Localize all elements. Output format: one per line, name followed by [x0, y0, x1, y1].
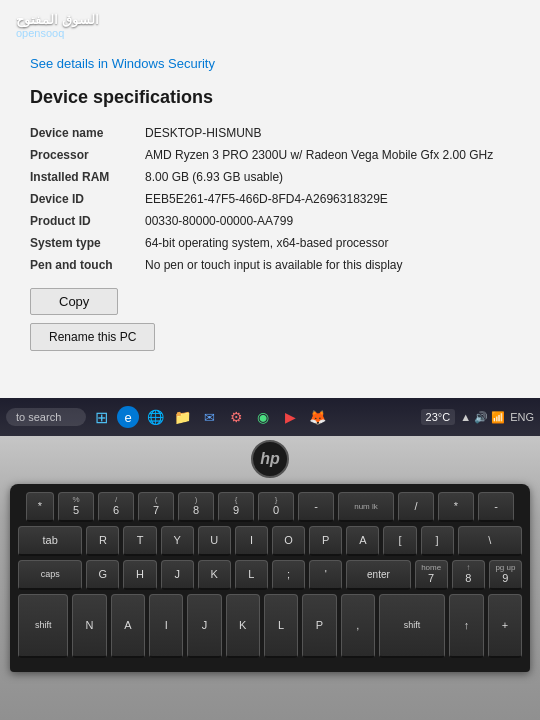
key-asterisk[interactable]: )8 — [178, 492, 214, 522]
key-caret[interactable]: /6 — [98, 492, 134, 522]
key-shift-left[interactable]: shift — [18, 594, 68, 658]
taskbar-icons: ⊞ e 🌐 📁 ✉ ⚙ ◉ ▶ 🦊 — [90, 406, 417, 428]
spec-value: AMD Ryzen 3 PRO 2300U w/ Radeon Vega Mob… — [145, 144, 510, 166]
key-w[interactable]: T — [123, 526, 156, 556]
key-g[interactable]: L — [235, 560, 268, 590]
key-numlock[interactable]: num lk — [338, 492, 394, 522]
key-i[interactable]: A — [346, 526, 379, 556]
temperature-display: 23°C — [421, 409, 456, 425]
key-row-1: * %5 /6 (7 )8 {9 }0 - num lk / * - — [18, 492, 522, 522]
key-r[interactable]: U — [198, 526, 231, 556]
key-arrow-up[interactable]: ↑ — [449, 594, 483, 658]
spec-label: Installed RAM — [30, 166, 145, 188]
taskbar: to search ⊞ e 🌐 📁 ✉ ⚙ ◉ ▶ 🦊 23°C ▲ 🔊 📶 E… — [0, 398, 540, 436]
security-link[interactable]: See details in Windows Security — [30, 56, 510, 71]
copy-button[interactable]: Copy — [30, 288, 118, 315]
key-9[interactable]: {9 — [218, 492, 254, 522]
spec-value: No pen or touch input is available for t… — [145, 254, 510, 276]
key-row-2: tab R T Y U I O P A [ ] \ — [18, 526, 522, 556]
key-j[interactable]: ' — [309, 560, 342, 590]
spec-value: 64-bit operating system, x64-based proce… — [145, 232, 510, 254]
key-a[interactable]: G — [86, 560, 119, 590]
spec-table: Device nameDESKTOP-HISMUNBProcessorAMD R… — [30, 122, 510, 276]
key-enter[interactable]: enter — [346, 560, 410, 590]
windows-icon[interactable]: ⊞ — [90, 406, 112, 428]
key-backslash[interactable]: \ — [458, 526, 522, 556]
spec-value: DESKTOP-HISMUNB — [145, 122, 510, 144]
key-brace-open[interactable]: [ — [383, 526, 416, 556]
spec-label: Device name — [30, 122, 145, 144]
key-shift-right[interactable]: shift — [379, 594, 446, 658]
brand-overlay: السوق المفتوح opensooq — [16, 12, 99, 39]
key-num8[interactable]: ↑8 — [452, 560, 485, 590]
key-f[interactable]: K — [198, 560, 231, 590]
key-num7[interactable]: home7 — [415, 560, 448, 590]
spec-row: Product ID00330-80000-00000-AA799 — [30, 210, 510, 232]
system-tray: ▲ 🔊 📶 — [460, 411, 505, 424]
key-row-4: shift N A I J K L P , shift ↑ + — [18, 594, 522, 658]
chrome-icon[interactable]: ◉ — [252, 406, 274, 428]
key-u[interactable]: P — [309, 526, 342, 556]
taskbar-right: 23°C ▲ 🔊 📶 ENG — [421, 409, 534, 425]
key-s[interactable]: H — [123, 560, 156, 590]
key-x[interactable]: A — [111, 594, 145, 658]
key-caps[interactable]: caps — [18, 560, 82, 590]
key-c[interactable]: I — [149, 594, 183, 658]
key-n[interactable]: L — [264, 594, 298, 658]
spec-value: 00330-80000-00000-AA799 — [145, 210, 510, 232]
key-h[interactable]: ; — [272, 560, 305, 590]
key-num-plus[interactable]: + — [488, 594, 522, 658]
key-row-3: caps G H J K L ; ' enter home7 ↑8 pg up9 — [18, 560, 522, 590]
keyboard: * %5 /6 (7 )8 {9 }0 - num lk / * - tab R… — [10, 484, 530, 672]
key-nummul[interactable]: * — [438, 492, 474, 522]
spec-row: ProcessorAMD Ryzen 3 PRO 2300U w/ Radeon… — [30, 144, 510, 166]
browser-icon[interactable]: e — [117, 406, 139, 428]
spec-row: Device IDEEB5E261-47F5-466D-8FD4-A269631… — [30, 188, 510, 210]
key-tilde[interactable]: * — [26, 492, 54, 522]
rename-button[interactable]: Rename this PC — [30, 323, 155, 351]
key-minus[interactable]: - — [298, 492, 334, 522]
spec-value: 8.00 GB (6.93 GB usable) — [145, 166, 510, 188]
hp-logo: hp — [251, 440, 289, 478]
key-num9[interactable]: pg up9 — [489, 560, 522, 590]
windows-about-content: See details in Windows Security Device s… — [10, 44, 530, 361]
key-b[interactable]: K — [226, 594, 260, 658]
file-icon[interactable]: 📁 — [171, 406, 193, 428]
key-y[interactable]: O — [272, 526, 305, 556]
key-numsub[interactable]: - — [478, 492, 514, 522]
app-icon-1[interactable]: ⚙ — [225, 406, 247, 428]
spec-label: Processor — [30, 144, 145, 166]
spec-row: Device nameDESKTOP-HISMUNB — [30, 122, 510, 144]
key-v[interactable]: J — [187, 594, 221, 658]
key-q[interactable]: R — [86, 526, 119, 556]
spec-row: System type64-bit operating system, x64-… — [30, 232, 510, 254]
spec-label: Product ID — [30, 210, 145, 232]
edge-icon[interactable]: 🌐 — [144, 406, 166, 428]
mail-icon[interactable]: ✉ — [198, 406, 220, 428]
key-m[interactable]: P — [302, 594, 336, 658]
spec-label: Pen and touch — [30, 254, 145, 276]
key-e[interactable]: Y — [161, 526, 194, 556]
key-0[interactable]: }0 — [258, 492, 294, 522]
key-d[interactable]: J — [161, 560, 194, 590]
key-t[interactable]: I — [235, 526, 268, 556]
key-z[interactable]: N — [72, 594, 106, 658]
section-title: Device specifications — [30, 87, 510, 108]
spec-label: Device ID — [30, 188, 145, 210]
spec-value: EEB5E261-47F5-466D-8FD4-A2696318329E — [145, 188, 510, 210]
key-numdiv[interactable]: / — [398, 492, 434, 522]
key-ampersand[interactable]: (7 — [138, 492, 174, 522]
key-comma[interactable]: , — [341, 594, 375, 658]
opensooq-brand-text: opensooq — [16, 27, 99, 39]
taskbar-search[interactable]: to search — [6, 408, 86, 426]
key-tab[interactable]: tab — [18, 526, 82, 556]
spec-label: System type — [30, 232, 145, 254]
screen-inner: السوق المفتوح opensooq See details in Wi… — [10, 8, 530, 412]
key-brace-close[interactable]: ] — [421, 526, 454, 556]
youtube-icon[interactable]: ▶ — [279, 406, 301, 428]
spec-row: Pen and touchNo pen or touch input is av… — [30, 254, 510, 276]
hp-logo-area: hp — [0, 430, 540, 484]
key-percent[interactable]: %5 — [58, 492, 94, 522]
firefox-icon[interactable]: 🦊 — [306, 406, 328, 428]
spec-row: Installed RAM8.00 GB (6.93 GB usable) — [30, 166, 510, 188]
